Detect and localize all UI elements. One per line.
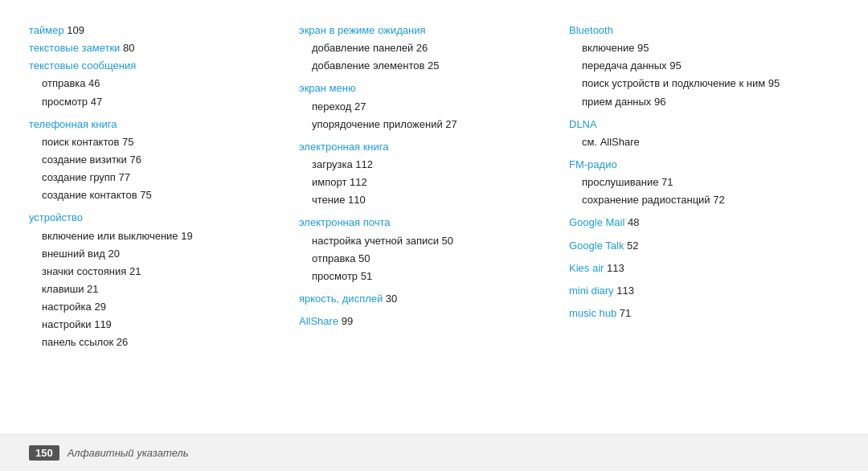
index-entry: отправка 46 [42, 77, 100, 89]
page-ref: 48 [624, 216, 639, 228]
index-entry: см. AllShare [582, 136, 640, 148]
index-link[interactable]: Google Talk [569, 240, 624, 252]
list-item: внешний вид 20 [29, 246, 283, 262]
list-item: просмотр 51 [299, 268, 553, 285]
index-link[interactable]: music hub [569, 307, 616, 319]
list-item: FM-радио [569, 157, 823, 173]
list-item: настройки 119 [29, 317, 283, 333]
index-link[interactable]: яркость, дисплей [299, 293, 383, 305]
index-entry: прослушивание 71 [582, 176, 674, 188]
index-link[interactable]: устройство [29, 211, 83, 223]
list-item: создание визитки 76 [29, 152, 283, 168]
index-entry: клавиши 21 [42, 283, 99, 295]
list-item: music hub 71 [569, 305, 823, 322]
index-entry: настройка 29 [42, 301, 106, 313]
list-item: создание групп 77 [29, 170, 283, 186]
index-link[interactable]: текстовые сообщения [29, 59, 136, 72]
index-link[interactable]: DLNA [569, 118, 597, 130]
list-item: просмотр 47 [29, 94, 283, 110]
index-entry: передача данных 95 [582, 59, 682, 72]
index-entry: включение или выключение 19 [42, 230, 193, 242]
index-link[interactable]: AllShare [299, 315, 338, 327]
column-3: Bluetoothвключение 95передача данных 95п… [569, 23, 839, 418]
index-link[interactable]: Bluetooth [569, 24, 613, 36]
index-entry: добавление панелей 26 [312, 42, 428, 54]
list-item: таймер 109 [29, 23, 283, 39]
list-item: Google Mail 48 [569, 215, 823, 231]
index-link[interactable]: электронная книга [299, 141, 388, 153]
index-link[interactable]: экран меню [299, 82, 356, 94]
list-item: отправка 50 [299, 251, 553, 267]
index-link[interactable]: экран в режиме ожидания [299, 24, 425, 36]
list-item: прослушивание 71 [569, 174, 823, 190]
page-ref: 30 [383, 293, 397, 305]
index-entry: просмотр 51 [312, 270, 372, 282]
index-link[interactable]: телефонная книга [29, 118, 117, 130]
index-entry: отправка 50 [312, 252, 371, 264]
index-entry: импорт 112 [312, 176, 367, 188]
list-item: клавиши 21 [29, 281, 283, 297]
list-item: экран в режиме ожидания [299, 23, 553, 39]
page-ref: 71 [616, 307, 631, 319]
index-entry: панель ссылок 26 [42, 336, 128, 348]
column-2: экран в режиме ожиданиядобавление панеле… [299, 23, 569, 418]
list-item: mini diary 113 [569, 283, 823, 299]
index-link[interactable]: FM-радио [569, 158, 617, 170]
index-link[interactable]: Kies air [569, 262, 604, 274]
list-item: упорядочение приложений 27 [299, 117, 553, 133]
index-link[interactable]: Google Mail [569, 216, 624, 228]
page-ref: 52 [624, 240, 638, 252]
index-entry: создание контактов 75 [42, 189, 152, 201]
list-item: поиск контактов 75 [29, 134, 283, 150]
index-link[interactable]: таймер [29, 24, 64, 36]
list-item: чтение 110 [299, 192, 553, 208]
index-link[interactable]: mini diary [569, 285, 614, 297]
index-entry: поиск контактов 75 [42, 136, 133, 148]
column-1: таймер 109текстовые заметки 80текстовые … [29, 23, 299, 418]
index-entry: поиск устройств и подключение к ним 95 [582, 77, 780, 89]
list-item: отправка 46 [29, 76, 283, 92]
list-item: значки состояния 21 [29, 264, 283, 280]
index-entry: значки состояния 21 [42, 265, 141, 277]
list-item: настройка учетной записи 50 [299, 233, 553, 249]
list-item: поиск устройств и подключение к ним 95 [569, 76, 823, 92]
list-item: AllShare 99 [299, 313, 553, 330]
list-item: сохранение радиостанций 72 [569, 192, 823, 208]
index-link[interactable]: текстовые заметки [29, 42, 120, 54]
page-ref: 109 [64, 24, 84, 36]
list-item: Google Talk 52 [569, 238, 823, 254]
index-entry: добавление элементов 25 [312, 59, 439, 72]
list-item: добавление панелей 26 [299, 40, 553, 56]
page-ref: 80 [120, 42, 134, 54]
list-item: создание контактов 75 [29, 187, 283, 203]
index-entry: внешний вид 20 [42, 248, 120, 260]
list-item: Kies air 113 [569, 260, 823, 276]
page-ref: 99 [338, 315, 353, 327]
list-item: передача данных 95 [569, 58, 823, 74]
page-ref: 113 [614, 285, 634, 297]
index-entry: настройки 119 [42, 318, 112, 330]
index-entry: сохранение радиостанций 72 [582, 194, 725, 206]
page-content: таймер 109текстовые заметки 80текстовые … [0, 0, 868, 434]
list-item: см. AllShare [569, 134, 823, 150]
list-item: панель ссылок 26 [29, 334, 283, 350]
list-item: яркость, дисплей 30 [299, 291, 553, 307]
list-item: устройство [29, 210, 283, 226]
list-item: текстовые сообщения [29, 58, 283, 74]
list-item: текстовые заметки 80 [29, 40, 283, 56]
index-entry: создание групп 77 [42, 171, 130, 183]
footer-text: Алфавитный указатель [68, 447, 189, 459]
list-item: DLNA [569, 117, 823, 133]
list-item: включение или выключение 19 [29, 228, 283, 244]
index-entry: прием данных 96 [582, 96, 665, 108]
page-number: 150 [29, 445, 59, 461]
index-link[interactable]: электронная почта [299, 216, 390, 228]
list-item: добавление элементов 25 [299, 58, 553, 74]
index-entry: загрузка 112 [312, 158, 373, 170]
page-ref: 113 [604, 262, 624, 274]
index-entry: просмотр 47 [42, 96, 102, 108]
list-item: настройка 29 [29, 299, 283, 315]
list-item: импорт 112 [299, 174, 553, 190]
list-item: включение 95 [569, 40, 823, 56]
index-entry: настройка учетной записи 50 [312, 235, 453, 247]
